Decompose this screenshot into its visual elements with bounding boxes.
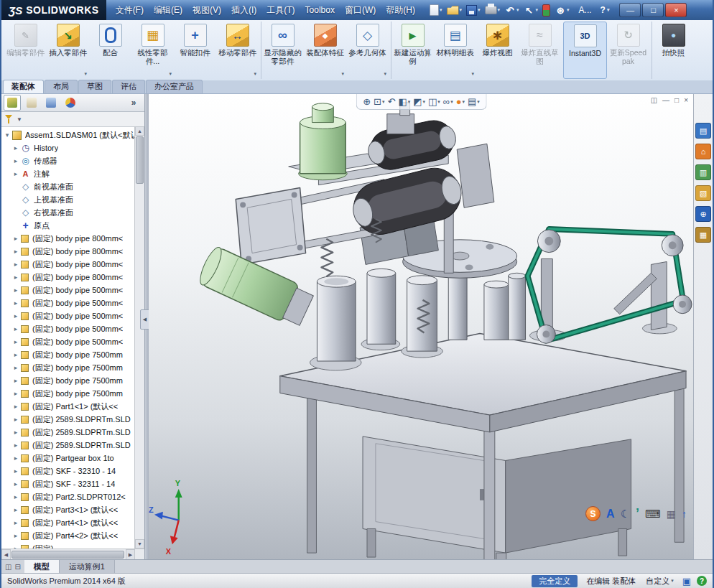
feature-tree-item[interactable]: ▸ (固定) SKF - 32310 - 14 [1, 465, 144, 477]
ribbon-button[interactable]: 线性零部件... ▾ [131, 22, 174, 79]
tree-expander-icon[interactable]: ▸ [11, 429, 20, 436]
open-icon[interactable]: ▾ [446, 5, 463, 16]
feature-tree-item[interactable]: ▸ (固定) 2589.SLDPRTm.SLD [1, 413, 144, 426]
edit-appearance-icon[interactable]: ● ▾ [456, 96, 465, 107]
command-tab[interactable]: 装配体 [3, 80, 44, 93]
tree-expander-icon[interactable]: ▸ [11, 351, 20, 358]
feature-tree-item[interactable]: ▸ (固定) body pipe 500mm< [1, 309, 144, 322]
feature-tree-item[interactable]: ▸ (固定) Part1<1> (默认<< [1, 400, 144, 413]
feature-tree-item[interactable]: ▸ (固定) body pipe 500mm< [1, 297, 144, 309]
feature-tree-item[interactable]: ▸ (固定) body pipe 7500mm [1, 348, 144, 361]
menu-item[interactable]: 编辑(E) [149, 2, 187, 19]
tree-vertical-scrollbar[interactable] [134, 126, 144, 549]
status-help-icon[interactable]: ? [697, 576, 707, 586]
ribbon-button[interactable]: 爆炸直线草图 [519, 22, 561, 79]
zoom-fit-icon[interactable]: ⊕ [363, 96, 371, 107]
tree-expander-icon[interactable]: ▸ [11, 442, 20, 449]
feature-tree-item[interactable]: 上视基准面 [1, 193, 144, 206]
feature-tree-item[interactable]: ▸ (固定) body pipe 500mm< [1, 335, 144, 348]
text-tool-icon[interactable]: A [606, 508, 615, 521]
tree-expander-icon[interactable]: ▸ [11, 338, 20, 345]
ribbon-button[interactable]: 装配体特征 ▾ [304, 22, 346, 79]
feature-tree-item[interactable]: ▸ (固定) 2589.SLDPRTm.SLD [1, 426, 144, 439]
command-tab[interactable]: 评估 [112, 80, 145, 93]
previous-view-icon[interactable]: ↶ [388, 96, 396, 107]
featuremanager-tab[interactable] [4, 95, 21, 111]
status-custom-dropdown[interactable]: 自定义▾ [644, 576, 675, 587]
feature-tree-item[interactable]: ▸ (固定) body pipe 800mm< [1, 258, 144, 271]
feature-tree-item[interactable]: ▸ (固定) SKF - 32311 - 14 [1, 477, 144, 490]
feature-tree-item[interactable]: ▸ (固定) 2589.SLDPRTm.SLD [1, 439, 144, 452]
moon-icon[interactable]: ☾ [621, 508, 630, 521]
feature-tree-item[interactable]: ▸ (固定) body pipe 800mm< [1, 245, 144, 258]
command-tab[interactable]: 草图 [78, 80, 111, 93]
menu-item[interactable]: 文件(F) [111, 2, 149, 19]
feature-tree-item[interactable]: ▸ (固定) body pipe 500mm< [1, 284, 144, 297]
ribbon-button[interactable]: 拍快照 [652, 22, 695, 79]
3d-assembly-model[interactable]: Y Z X [149, 94, 694, 560]
ribbon-button[interactable]: 移动零部件 ▾ [216, 22, 259, 79]
tree-expander-icon[interactable]: ▸ [11, 467, 20, 475]
doc-restore-icon[interactable]: □ [674, 96, 679, 104]
scrollbar-thumb[interactable] [136, 136, 144, 184]
feature-tree-item[interactable]: ▸ (固定) [1, 542, 144, 549]
solidworks-launcher-icon[interactable]: S [585, 506, 601, 521]
feature-tree-item[interactable]: ▸ History [1, 141, 144, 154]
rebuild-icon[interactable] [542, 4, 551, 17]
split-horizontal-icon[interactable]: ⊟ [14, 563, 20, 571]
feature-tree-item[interactable]: 原点 [1, 219, 144, 232]
feature-tree-item[interactable]: ▾ Assem1.SLDASM01 (默认<默认.. [1, 129, 144, 141]
view-orientation-icon[interactable]: ◩ ▾ [413, 96, 425, 107]
tree-expander-icon[interactable]: ▸ [11, 532, 20, 539]
tree-expander-icon[interactable]: ▸ [11, 286, 20, 294]
ribbon-button[interactable]: 新建运动算例 [391, 22, 434, 79]
select-icon[interactable]: ↖ ▾ [523, 4, 539, 17]
resources-tab[interactable]: ▤ [695, 123, 711, 139]
hide-show-items-icon[interactable]: ∞ ▾ [443, 96, 453, 107]
close-button[interactable]: × [665, 3, 687, 17]
scroll-right-icon[interactable] [126, 549, 135, 560]
section-view-icon[interactable]: ◧ ▾ [398, 96, 410, 107]
feature-tree-item[interactable]: ▸ (固定) body pipe 7500mm [1, 387, 144, 400]
menu-item[interactable]: 帮助(H) [381, 2, 420, 19]
tree-expander-icon[interactable]: ▾ [3, 131, 11, 139]
menu-item[interactable]: 窗口(W) [340, 2, 381, 19]
ribbon-button[interactable]: 插入零部件 ▾ [47, 22, 89, 79]
tree-expander-icon[interactable]: ▸ [11, 454, 20, 462]
tree-expander-icon[interactable]: ▸ [11, 403, 20, 410]
tree-expander-icon[interactable]: ▸ [11, 235, 20, 242]
doc-new-window-icon[interactable]: ◫ [651, 96, 657, 104]
tree-expander-icon[interactable]: ▸ [11, 312, 20, 319]
model-tab[interactable]: 模型 [24, 560, 60, 573]
doc-minimize-icon[interactable]: — [662, 96, 669, 104]
scrollbar-thumb[interactable] [11, 551, 124, 559]
command-tab[interactable]: 布局 [45, 80, 78, 93]
doc-close-icon[interactable]: × [684, 96, 688, 104]
tree-expander-icon[interactable]: ▸ [11, 261, 20, 268]
feature-tree-item[interactable]: ▸ (固定) Partgear box 1to [1, 452, 144, 465]
propertymanager-tab[interactable] [23, 95, 40, 111]
apply-scene-icon[interactable]: ▤ ▾ [468, 96, 480, 107]
display-style-icon[interactable]: ◫ ▾ [428, 96, 440, 107]
tree-filter-bar[interactable]: ▼ [1, 112, 144, 127]
tree-expander-icon[interactable]: ▸ [11, 493, 20, 500]
tree-expander-icon[interactable]: ▸ [11, 299, 20, 307]
feature-tree-item[interactable]: ▸ (固定) body pipe 800mm< [1, 271, 144, 284]
tree-expander-icon[interactable]: ▸ [11, 377, 20, 384]
feature-tree-item[interactable]: ▸ (固定) Part4<1> (默认<< [1, 516, 144, 529]
menu-item[interactable]: 视图(V) [187, 2, 226, 19]
feature-tree-item[interactable]: ▸ (固定) Part4<2> (默认<< [1, 529, 144, 542]
tree-expander-icon[interactable]: ▸ [11, 416, 20, 423]
quote-icon[interactable]: ’ [636, 506, 639, 521]
feature-tree-item[interactable]: ▸ (固定) body pipe 500mm< [1, 322, 144, 335]
tree-expander-icon[interactable]: ▸ [11, 364, 20, 371]
tree-expander-icon[interactable]: ▸ [11, 170, 20, 177]
feature-tree-item[interactable]: ▸ (固定) Part2.SLDPRT012< [1, 490, 144, 503]
new-document-icon[interactable]: ▾ [429, 4, 443, 17]
zoom-area-icon[interactable]: ⊡ ▾ [374, 96, 384, 107]
model-tab[interactable]: 运动算例1 [60, 560, 115, 573]
feature-tree-item[interactable]: ▸ 注解 [1, 167, 144, 180]
tree-horizontal-scrollbar[interactable] [1, 549, 144, 560]
custom-properties-tab[interactable]: ▦ [695, 227, 711, 243]
orientation-triad[interactable]: Y Z X [149, 479, 182, 556]
